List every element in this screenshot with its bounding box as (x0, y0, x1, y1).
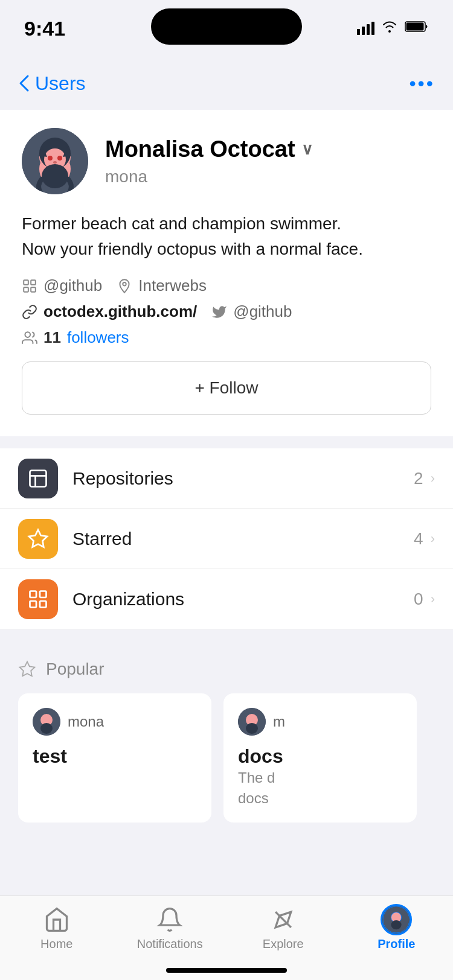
twitter-handle: @github (233, 302, 292, 321)
repositories-label: Repositories (72, 468, 399, 489)
organizations-chevron-icon: › (431, 591, 435, 607)
back-button[interactable]: Users (18, 72, 86, 95)
menu-section: Repositories 2 › Starred 4 › Organi (0, 448, 453, 629)
repo-owner-avatar-2 (238, 708, 266, 736)
popular-section: Popular mona test (0, 641, 453, 822)
org-name: @github (43, 276, 102, 295)
wifi-icon (382, 21, 397, 36)
repo-name: test (33, 745, 197, 768)
explore-icon (267, 906, 300, 934)
svg-point-33 (246, 723, 258, 734)
svg-rect-13 (24, 280, 28, 285)
repo-card-header: mona (33, 708, 197, 736)
tab-notifications[interactable]: Notifications (114, 906, 227, 951)
profile-meta: @github Interwebs octodex.github.com/ (22, 276, 431, 347)
starred-menu-item[interactable]: Starred 4 › (0, 509, 453, 569)
repo-owner-name: mona (68, 713, 104, 730)
organizations-label: Organizations (72, 589, 399, 609)
organizations-count-area: 0 › (414, 590, 435, 609)
organizations-count: 0 (414, 590, 423, 609)
svg-rect-25 (30, 601, 37, 608)
profile-tab-icon (380, 906, 413, 934)
svg-rect-15 (24, 287, 28, 292)
repo-card-docs[interactable]: m docs The ddocs (223, 693, 417, 822)
repositories-menu-item[interactable]: Repositories 2 › (0, 448, 453, 509)
svg-point-12 (42, 164, 68, 188)
location-text: Interwebs (138, 276, 207, 295)
avatar (22, 128, 88, 194)
tab-profile-label: Profile (378, 937, 415, 951)
starred-count-area: 4 › (414, 529, 435, 549)
signal-icon (357, 22, 374, 35)
org-icon-wrapper (18, 579, 58, 619)
tab-explore[interactable]: Explore (226, 906, 340, 951)
profile-tab-avatar (381, 904, 412, 935)
profile-name-section: Monalisa Octocat ∨ mona (105, 136, 431, 186)
status-bar: 9:41 (0, 0, 453, 57)
meta-row-1: @github Interwebs (22, 276, 431, 295)
starred-label: Starred (72, 529, 399, 549)
followers-count: 11 (43, 328, 61, 347)
status-time: 9:41 (24, 17, 65, 40)
repos-scroll: mona test m docs The ddocs (18, 693, 435, 822)
star-outline-icon (18, 660, 36, 678)
popular-label: Popular (46, 660, 104, 679)
profile-bio: Former beach cat and champion swimmer. N… (22, 211, 431, 262)
svg-point-17 (123, 282, 126, 285)
svg-point-11 (53, 161, 57, 164)
svg-rect-16 (31, 287, 36, 292)
starred-chevron-icon: › (431, 531, 435, 547)
profile-header: Monalisa Octocat ∨ mona (22, 128, 431, 194)
notifications-icon (153, 906, 186, 934)
location-item: Interwebs (117, 276, 207, 295)
tab-home[interactable]: Home (0, 906, 114, 951)
organization-item: @github (22, 276, 102, 295)
svg-point-18 (25, 332, 30, 337)
svg-rect-1 (406, 23, 424, 31)
profile-section: Monalisa Octocat ∨ mona Former beach cat… (0, 110, 453, 436)
repo-owner-avatar (33, 708, 60, 736)
tab-home-label: Home (40, 937, 72, 951)
home-indicator (166, 968, 287, 973)
follow-button[interactable]: + Follow (22, 361, 431, 415)
profile-username: mona (105, 167, 431, 186)
repositories-chevron-icon: › (431, 471, 435, 486)
repositories-count: 2 (414, 469, 423, 488)
website-item[interactable]: octodex.github.com/ (22, 302, 197, 321)
meta-row-3: 11 followers (22, 328, 431, 347)
svg-point-9 (48, 156, 53, 161)
battery-icon (405, 20, 429, 37)
back-label: Users (35, 72, 86, 95)
status-icons (357, 20, 429, 37)
svg-rect-14 (31, 280, 36, 285)
notch (151, 8, 302, 45)
svg-marker-27 (20, 662, 35, 676)
tab-notifications-label: Notifications (137, 937, 203, 951)
svg-rect-26 (40, 601, 47, 608)
svg-marker-22 (29, 530, 47, 547)
tab-profile[interactable]: Profile (340, 906, 454, 951)
repo-name-2: docs (238, 745, 402, 768)
svg-point-10 (57, 156, 62, 161)
followers-item[interactable]: 11 followers (22, 328, 129, 347)
repo-desc-2: The ddocs (238, 768, 402, 808)
profile-display-name: Monalisa Octocat ∨ (105, 136, 431, 164)
popular-header: Popular (18, 660, 435, 679)
tab-explore-label: Explore (263, 937, 304, 951)
svg-rect-23 (30, 591, 37, 597)
repo-icon-wrapper (18, 459, 58, 498)
nav-bar: Users ••• (0, 57, 453, 110)
starred-icon-wrapper (18, 519, 58, 559)
repo-owner-name-2: m (273, 713, 285, 730)
twitter-item: @github (211, 302, 292, 321)
more-button[interactable]: ••• (409, 72, 435, 95)
home-icon (40, 906, 73, 934)
meta-row-2: octodex.github.com/ @github (22, 302, 431, 321)
chevron-down-icon[interactable]: ∨ (301, 140, 313, 159)
repositories-count-area: 2 › (414, 469, 435, 488)
organizations-menu-item[interactable]: Organizations 0 › (0, 569, 453, 629)
repo-card-test[interactable]: mona test (18, 693, 211, 822)
followers-label: followers (67, 328, 129, 347)
svg-point-37 (391, 920, 402, 929)
repo-card-header-2: m (238, 708, 402, 736)
